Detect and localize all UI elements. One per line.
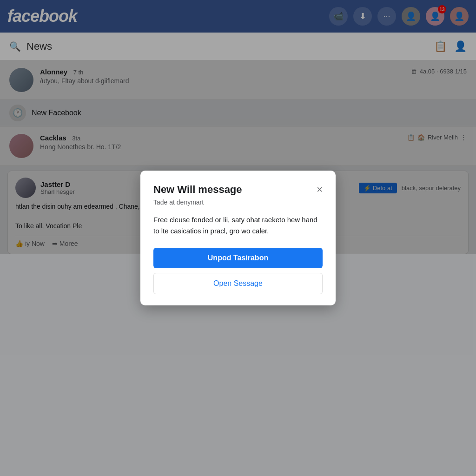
modal-secondary-button[interactable]: Open Sessage [153,273,323,294]
modal-body: Free cleuse fended or lii, saty ohat rae… [153,214,323,237]
modal-title: New Will message [153,184,311,196]
modal: New Will message × Tade at denymart Free… [140,171,336,305]
modal-subtitle: Tade at denymart [153,198,323,206]
modal-overlay[interactable]: New Will message × Tade at denymart Free… [0,0,476,476]
modal-header: New Will message × [153,184,323,196]
modal-close-button[interactable]: × [317,185,323,195]
modal-primary-button[interactable]: Unpod Tasirabon [153,248,323,268]
